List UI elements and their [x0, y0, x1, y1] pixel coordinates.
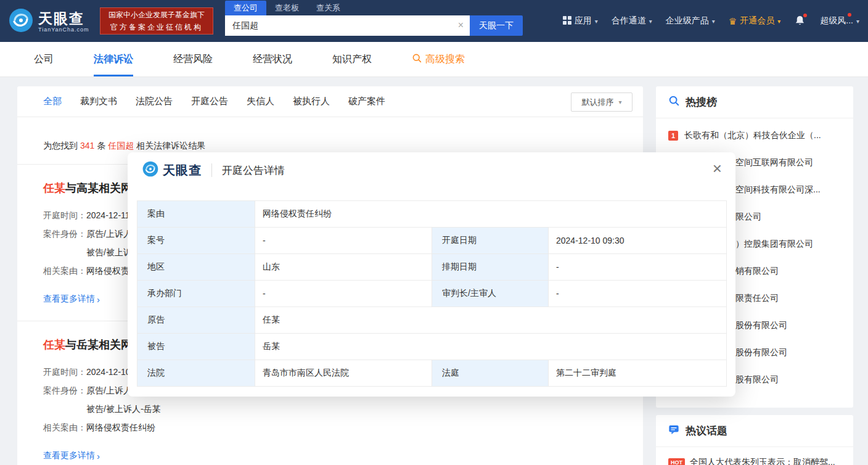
nav-operational-risk[interactable]: 经营风险 — [173, 42, 213, 76]
field-label: 法院 — [137, 360, 255, 387]
result-summary: 为您找到341条任国超相关法律诉讼结果 — [43, 141, 643, 152]
hot-topics-header: 热议话题 — [656, 415, 853, 447]
field-value: 青岛市市南区人民法院 — [255, 360, 432, 387]
hot-topic-item[interactable]: HOT 全国人大代表朱列玉表示：取消醉驾... — [656, 447, 853, 465]
menu-apps-label: 应用 — [575, 15, 592, 27]
field-value: - — [549, 281, 727, 307]
menu-apps[interactable]: 应用 ▾ — [563, 15, 598, 27]
case-party-role-line2: 被告/被上诉人-岳某 — [43, 400, 617, 418]
field-value: 任某 — [255, 307, 727, 334]
modal-title: 开庭公告详情 — [222, 163, 285, 178]
nav-advanced-search[interactable]: 高级搜索 — [412, 42, 465, 76]
result-count: 341 — [80, 141, 94, 150]
view-more-details-link[interactable]: 查看更多详情› — [43, 450, 100, 461]
field-label: 排期日期 — [432, 254, 549, 281]
hot-search-title: 热搜榜 — [686, 95, 717, 109]
chevron-down-icon: ▾ — [856, 18, 859, 25]
chevron-down-icon: ▾ — [595, 18, 598, 25]
crown-icon: ♛ — [729, 17, 737, 26]
chevron-down-icon: ▾ — [649, 18, 652, 25]
filter-court-announcements[interactable]: 法院公告 — [136, 96, 173, 107]
menu-open-vip[interactable]: ♛ 开通会员 ▾ — [729, 15, 780, 27]
table-row: 案号 - 开庭日期 2024-12-10 09:30 — [137, 228, 727, 254]
chevron-down-icon: ▾ — [618, 99, 621, 105]
filter-dishonest-persons[interactable]: 失信人 — [247, 96, 274, 107]
table-row: 被告 岳某 — [137, 334, 727, 360]
hearing-announcement-detail-modal: 天眼查 开庭公告详情 × 案由 网络侵权责任纠纷 案号 - 开庭日期 2024-… — [128, 152, 735, 397]
filter-bankruptcy-cases[interactable]: 破产案件 — [348, 96, 385, 107]
menu-super-risk[interactable]: 超级风... ▾ — [820, 15, 859, 27]
field-label: 案号 — [137, 228, 255, 254]
tianyancha-logo-icon — [9, 8, 33, 35]
rank-badge: 1 — [668, 131, 678, 141]
nav-company[interactable]: 公司 — [34, 42, 54, 76]
brand-name: 天眼查 — [38, 10, 89, 27]
table-row: 案由 网络侵权责任纠纷 — [137, 201, 727, 228]
arrow-right-icon: › — [97, 451, 100, 461]
menu-cooperation[interactable]: 合作通道 ▾ — [612, 15, 652, 27]
field-value: - — [549, 254, 727, 281]
search-icon — [668, 95, 679, 109]
field-label: 开庭日期 — [432, 228, 549, 254]
arrow-right-icon: › — [97, 294, 100, 305]
search-tab-relation[interactable]: 查关系 — [308, 1, 349, 15]
nav-legal-litigation[interactable]: 法律诉讼 — [94, 42, 133, 76]
menu-cooperation-label: 合作通道 — [612, 15, 646, 27]
table-row: 承办部门 - 审判长/主审人 - — [137, 281, 727, 307]
field-label: 法庭 — [432, 360, 549, 387]
filter-persons-under-enforcement[interactable]: 被执行人 — [293, 96, 330, 107]
menu-vip-label: 开通会员 — [740, 15, 774, 27]
field-label: 审判长/主审人 — [432, 281, 549, 307]
sort-label: 默认排序 — [581, 97, 613, 108]
field-label: 案由 — [137, 201, 255, 228]
table-row: 原告 任某 — [137, 307, 727, 334]
chevron-down-icon: ▾ — [712, 18, 715, 25]
certification-line2: 官方备案企业征信机构 — [110, 22, 203, 33]
tianyancha-logo: 天眼查 — [142, 161, 202, 179]
table-row: 法院 青岛市市南区人民法院 法庭 第二十二审判庭 — [137, 360, 727, 387]
case-cause: 相关案由：网络侵权责任纠纷 — [43, 418, 617, 437]
filter-hearing-announcements[interactable]: 开庭公告 — [191, 96, 228, 107]
modal-header: 天眼查 开庭公告详情 × — [128, 152, 735, 188]
search-tab-boss[interactable]: 查老板 — [266, 1, 308, 15]
close-icon[interactable]: × — [713, 160, 722, 176]
filter-judgment-documents[interactable]: 裁判文书 — [80, 96, 117, 107]
top-header: 天眼查 TianYanCha.com 国家中小企业发展子基金旗下 官方备案企业征… — [0, 0, 868, 42]
menu-enterprise-products[interactable]: 企业级产品 ▾ — [666, 15, 715, 27]
hot-search-item[interactable]: 1 长歌有和（北京）科技合伙企业（... — [656, 122, 853, 149]
notifications-bell[interactable] — [794, 15, 806, 27]
apps-grid-icon — [563, 16, 571, 27]
certification-badge: 国家中小企业发展子基金旗下 官方备案企业征信机构 — [100, 7, 213, 35]
chat-bubble-icon — [668, 424, 679, 438]
filter-all[interactable]: 全部 — [43, 96, 62, 107]
main-nav: 公司 法律诉讼 经营风险 经营状况 知识产权 高级搜索 — [0, 42, 868, 77]
field-label: 原告 — [137, 307, 255, 334]
filter-row: 全部 裁判文书 法院公告 开庭公告 失信人 被执行人 破产案件 默认排序 ▾ — [17, 86, 643, 117]
view-more-details-link[interactable]: 查看更多详情› — [43, 294, 100, 305]
brand-name: 天眼查 — [163, 162, 202, 179]
menu-enterprise-label: 企业级产品 — [666, 15, 709, 27]
field-label: 被告 — [137, 334, 255, 360]
tianyancha-logo-icon — [142, 161, 158, 179]
search-button[interactable]: 天眼一下 — [470, 15, 523, 36]
menu-super-risk-label: 超级风... — [820, 15, 853, 27]
hot-badge: HOT — [668, 458, 685, 465]
search-icon — [412, 53, 422, 65]
tianyancha-logo[interactable]: 天眼查 TianYanCha.com — [9, 8, 89, 35]
search-box: × — [225, 15, 470, 36]
nav-business-status[interactable]: 经营状况 — [253, 42, 292, 76]
field-label: 承办部门 — [137, 281, 255, 307]
field-value: 山东 — [255, 254, 432, 281]
sort-dropdown[interactable]: 默认排序 ▾ — [571, 93, 633, 112]
search-input[interactable] — [225, 15, 470, 36]
nav-intellectual-property[interactable]: 知识产权 — [332, 42, 372, 76]
field-value: - — [255, 228, 432, 254]
search-area: 查公司 查老板 查关系 × 天眼一下 — [225, 1, 523, 36]
notification-dot — [848, 13, 851, 17]
search-tab-company[interactable]: 查公司 — [225, 1, 266, 15]
search-keyword: 任国超 — [108, 141, 134, 150]
field-value: 2024-12-10 09:30 — [549, 228, 727, 254]
brand-domain: TianYanCha.com — [38, 27, 89, 33]
table-row: 地区 山东 排期日期 - — [137, 254, 727, 281]
clear-search-icon[interactable]: × — [458, 19, 464, 31]
